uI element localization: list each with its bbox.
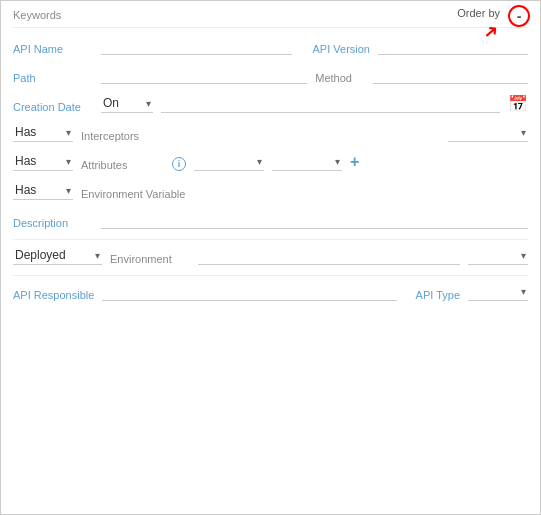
calendar-icon[interactable]: 📅 xyxy=(508,94,528,113)
api-type-select-wrap: ▾ xyxy=(468,282,528,301)
environment-variable-label: Environment Variable xyxy=(81,188,185,200)
api-type-label: API Type xyxy=(405,289,460,301)
interceptors-label: Interceptors xyxy=(81,130,161,142)
description-input[interactable] xyxy=(101,210,528,229)
environment-input[interactable] xyxy=(198,246,460,265)
method-label: Method xyxy=(315,72,365,84)
environment-value-select-wrap: ▾ xyxy=(468,246,528,265)
interceptors-value-select[interactable] xyxy=(448,123,528,142)
api-name-label: API Name xyxy=(13,43,93,55)
attributes-label: Attributes xyxy=(81,159,161,171)
has-interceptors-select[interactable]: Has Has Not xyxy=(13,123,73,142)
api-name-input[interactable] xyxy=(101,36,292,55)
creation-date-label: Creation Date xyxy=(13,101,93,113)
api-version-input[interactable] xyxy=(378,36,528,55)
environment-label: Environment xyxy=(110,253,190,265)
attributes-key-select-wrap: ▾ xyxy=(194,152,264,171)
api-type-select[interactable] xyxy=(468,282,528,301)
attributes-key-select[interactable] xyxy=(194,152,264,171)
attributes-value-select[interactable] xyxy=(272,152,342,171)
deployed-select[interactable]: Deployed Not Deployed xyxy=(13,246,102,265)
has-attributes-select[interactable]: Has Has Not xyxy=(13,152,73,171)
environment-value-select[interactable] xyxy=(468,246,528,265)
env-variable-row: Has Has Not ▾ Environment Variable xyxy=(13,181,528,200)
deployed-environment-row: Deployed Not Deployed ▾ Environment ▾ xyxy=(13,246,528,265)
has-interceptors-select-wrap: Has Has Not ▾ xyxy=(13,123,73,142)
order-by-label: Order by xyxy=(457,7,500,19)
has-env-select-wrap: Has Has Not ▾ xyxy=(13,181,73,200)
description-label: Description xyxy=(13,217,93,229)
attributes-info-icon[interactable]: i xyxy=(172,157,186,171)
interceptors-value-select-wrap: ▾ xyxy=(448,123,528,142)
creation-date-row: Creation Date On Before After ▾ 📅 xyxy=(13,94,528,113)
description-row: Description xyxy=(13,210,528,229)
add-attribute-icon[interactable]: + xyxy=(350,153,359,171)
attributes-row: Has Has Not ▾ Attributes i ▾ ▾ + xyxy=(13,152,528,171)
deployed-select-wrap: Deployed Not Deployed ▾ xyxy=(13,246,102,265)
path-label: Path xyxy=(13,72,93,84)
api-responsible-input[interactable] xyxy=(102,282,397,301)
keywords-section: Keywords xyxy=(13,9,528,28)
minus-icon: - xyxy=(517,8,522,24)
attributes-value-select-wrap: ▾ xyxy=(272,152,342,171)
path-method-row: Path Method xyxy=(13,65,528,84)
interceptors-row: Has Has Not ▾ Interceptors ▾ xyxy=(13,123,528,142)
creation-date-select[interactable]: On Before After xyxy=(101,94,153,113)
search-filter-panel: Order by - ➜ Keywords API Name API Versi… xyxy=(0,0,541,515)
has-env-select[interactable]: Has Has Not xyxy=(13,181,73,200)
creation-date-input[interactable] xyxy=(161,94,500,113)
api-responsible-label: API Responsible xyxy=(13,289,94,301)
api-responsible-type-row: API Responsible API Type ▾ xyxy=(13,282,528,301)
api-name-version-row: API Name API Version xyxy=(13,36,528,55)
has-attributes-select-wrap: Has Has Not ▾ xyxy=(13,152,73,171)
keywords-label: Keywords xyxy=(13,9,528,21)
api-version-label: API Version xyxy=(300,43,370,55)
method-input[interactable] xyxy=(373,65,528,84)
creation-date-select-wrap: On Before After ▾ xyxy=(101,94,153,113)
remove-button[interactable]: - xyxy=(508,5,530,27)
path-input[interactable] xyxy=(101,65,307,84)
